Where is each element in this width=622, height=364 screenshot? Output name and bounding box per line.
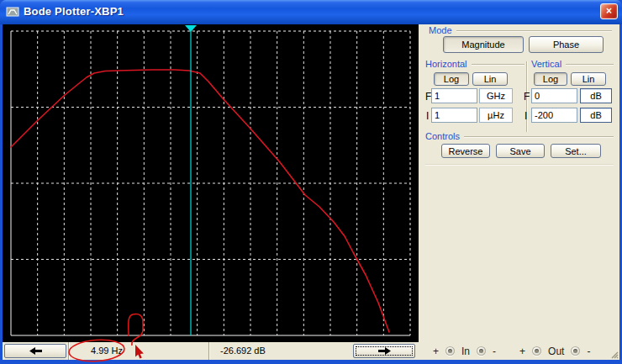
separator — [68, 342, 70, 360]
bode-plotter-window: Bode Plotter-XBP1 × Mode Magnitude Phase… — [0, 0, 622, 364]
phase-button[interactable]: Phase — [529, 36, 604, 53]
in-label: In — [461, 346, 470, 357]
mode-group-header: Mode — [429, 25, 612, 35]
vertical-i-unit: dB — [580, 108, 612, 123]
scroll-left-button[interactable] — [4, 344, 66, 358]
horizontal-log-button[interactable]: Log — [434, 72, 469, 86]
window-icon — [6, 5, 19, 18]
in-minus-terminal — [477, 346, 486, 356]
save-button[interactable]: Save — [496, 144, 545, 158]
horizontal-i-unit: µHz — [479, 108, 513, 123]
in-plus-terminal — [445, 346, 455, 356]
magnitude-curve — [11, 70, 389, 332]
scroll-right-button[interactable] — [353, 344, 415, 358]
mode-group-rule — [456, 30, 612, 32]
out-label: Out — [548, 346, 564, 357]
terminal-strip: + In - + Out - — [433, 344, 590, 358]
out-plus-label: + — [519, 346, 525, 357]
vertical-log-button[interactable]: Log — [534, 72, 567, 86]
horizontal-f-unit: GHz — [479, 88, 513, 103]
left-arrow-icon — [29, 347, 42, 355]
control-panel: Mode Magnitude Phase Horizontal Vertical… — [419, 24, 619, 342]
horizontal-group-header: Horizontal — [425, 59, 524, 69]
controls-group-label: Controls — [425, 131, 460, 141]
horizontal-i-label: I — [426, 110, 429, 122]
frequency-readout: 4.99 Hz — [76, 346, 137, 356]
out-minus-terminal — [571, 346, 580, 356]
out-minus-label: - — [587, 346, 590, 357]
close-button[interactable]: × — [600, 3, 618, 19]
in-minus-label: - — [493, 346, 496, 357]
set-button[interactable]: Set... — [551, 144, 601, 158]
plot-area — [3, 24, 419, 342]
controls-group-rule — [464, 136, 614, 138]
vertical-f-label: F — [524, 91, 530, 103]
vertical-group-header: Vertical — [531, 59, 614, 69]
focus-rectangle — [356, 346, 413, 356]
controls-group-header: Controls — [425, 131, 614, 141]
window-title: Bode Plotter-XBP1 — [24, 5, 124, 18]
in-plus-label: + — [433, 346, 439, 357]
magnitude-readout: -26.692 dB — [220, 346, 266, 356]
horizontal-group-rule — [472, 64, 524, 66]
vertical-f-unit: dB — [580, 88, 612, 103]
horizontal-i-input[interactable] — [431, 108, 477, 123]
horizontal-group-label: Horizontal — [425, 59, 467, 69]
vertical-group-label: Vertical — [531, 59, 561, 69]
readout-bar: 4.99 Hz -26.692 dB + In - + Out - — [3, 342, 619, 360]
bode-plot-svg — [3, 24, 419, 342]
title-bar[interactable]: Bode Plotter-XBP1 × — [0, 0, 622, 24]
vertical-lin-button[interactable]: Lin — [571, 72, 606, 86]
magnitude-button[interactable]: Magnitude — [443, 36, 524, 53]
controls-group-footer-rule — [425, 164, 614, 166]
vertical-group-rule — [566, 64, 614, 66]
separator — [208, 342, 210, 360]
horizontal-f-input[interactable] — [431, 88, 477, 103]
horizontal-lin-button[interactable]: Lin — [472, 72, 508, 86]
out-plus-terminal — [532, 346, 541, 356]
vertical-i-label: I — [524, 110, 527, 122]
mode-group-label: Mode — [429, 25, 452, 35]
vertical-i-input[interactable] — [531, 108, 577, 123]
resize-grip[interactable] — [611, 351, 619, 359]
vertical-f-input[interactable] — [531, 88, 577, 103]
reverse-button[interactable]: Reverse — [441, 144, 490, 158]
